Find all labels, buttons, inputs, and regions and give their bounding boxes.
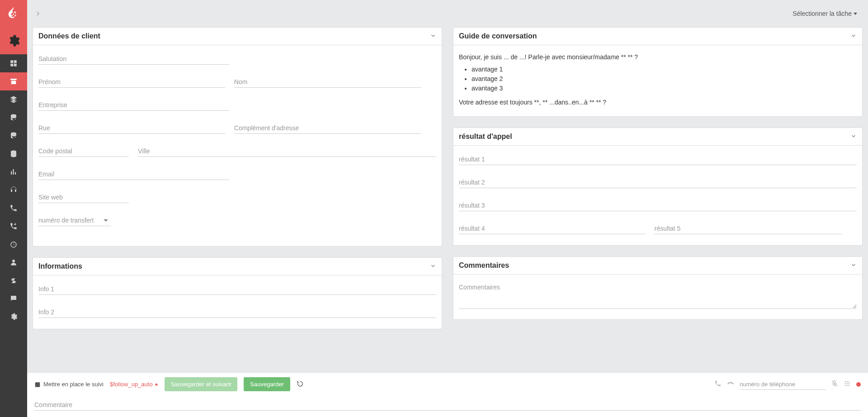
info2-input[interactable] (38, 306, 436, 318)
database-icon (9, 150, 18, 158)
company-input[interactable] (38, 99, 229, 111)
website-input[interactable] (38, 191, 129, 203)
panel-client-title: Données de client (38, 32, 100, 40)
lastname-input[interactable] (234, 76, 421, 88)
followup-auto[interactable]: $follow_up_auto (110, 381, 158, 388)
result5-input[interactable] (655, 222, 841, 234)
calendar-icon (34, 381, 41, 388)
info1-input[interactable] (38, 283, 436, 295)
chat-icon (9, 294, 18, 303)
nav-headset[interactable] (0, 181, 27, 199)
panel-guide-title: Guide de conversation (459, 32, 537, 40)
guide-bullet-1: avantage 1 (472, 65, 857, 74)
breadcrumb[interactable] (34, 10, 42, 17)
nav-db[interactable] (0, 145, 27, 163)
firstname-input[interactable] (38, 76, 225, 88)
brand-logo[interactable] (0, 0, 27, 27)
transfer-number-select[interactable]: numéro de transfert (38, 214, 111, 226)
dialpad-button[interactable] (844, 380, 851, 389)
gear-icon (7, 34, 20, 47)
guide-intro: Bonjour, je suis ... de ...! Parle-je av… (459, 52, 857, 62)
panel-client-data: Données de client (33, 27, 442, 246)
result3-input[interactable] (459, 199, 857, 211)
panel-informations-header[interactable]: Informations (33, 258, 442, 275)
settings-icon (9, 313, 18, 321)
phone-number-input[interactable] (740, 379, 826, 390)
panel-client-header[interactable]: Données de client (33, 28, 442, 45)
flame-reel-icon (6, 6, 21, 21)
phone-plus-icon (9, 222, 18, 230)
panel-call-result-title: résultat d'appel (459, 133, 512, 141)
caret-up-icon (155, 383, 158, 385)
panel-comments: Commentaires (453, 256, 863, 320)
db-up-icon (9, 132, 18, 140)
caret-down-icon (104, 219, 108, 222)
phone-icon (9, 204, 18, 212)
guide-bullet-3: avantage 3 (472, 84, 857, 93)
sidebar-nav (0, 54, 27, 417)
comments-textarea[interactable] (459, 282, 857, 309)
sidebar (0, 0, 27, 417)
panel-guide-header[interactable]: Guide de conversation (453, 28, 862, 45)
chevron-down-icon (850, 262, 857, 270)
panel-informations-title: Informations (38, 262, 82, 270)
task-select[interactable]: Sélectionner la tâche (793, 10, 857, 17)
svg-point-7 (849, 381, 850, 383)
record-indicator[interactable] (856, 382, 861, 387)
panel-guide: Guide de conversation Bonjour, je suis .… (453, 27, 863, 117)
address2-input[interactable] (234, 122, 421, 134)
nav-settings[interactable] (0, 308, 27, 326)
task-select-label: Sélectionner la tâche (793, 10, 852, 17)
city-input[interactable] (138, 145, 436, 157)
save-next-button[interactable]: Sauvegarder et suivant (165, 377, 238, 391)
salutation-input[interactable] (38, 52, 229, 65)
nav-chat[interactable] (0, 289, 27, 308)
guide-outro: Votre adresse est toujours **, ** ...dan… (459, 98, 857, 107)
save-button[interactable]: Sauvegarder (244, 377, 290, 391)
result4-input[interactable] (459, 222, 646, 234)
nav-stats[interactable] (0, 163, 27, 181)
nav-dashboard[interactable] (0, 54, 27, 72)
result1-input[interactable] (459, 153, 857, 165)
hangup-button[interactable] (727, 380, 734, 389)
chevron-down-icon (850, 33, 857, 40)
svg-point-9 (847, 383, 848, 384)
svg-point-12 (847, 385, 848, 386)
user-icon (9, 258, 18, 266)
followup-setup[interactable]: Mettre en place le suivi (34, 381, 104, 388)
call-button[interactable] (714, 380, 722, 389)
nav-user[interactable] (0, 253, 27, 271)
panel-call-result: résultat d'appel (453, 128, 863, 246)
street-input[interactable] (38, 122, 225, 134)
db-down-icon (9, 114, 18, 122)
nav-phone[interactable] (0, 199, 27, 217)
mute-button[interactable] (831, 380, 838, 389)
archive-icon (9, 77, 18, 85)
nav-archive[interactable] (0, 72, 27, 90)
nav-db-in[interactable] (0, 109, 27, 127)
hangup-icon (727, 380, 734, 387)
stopwatch-icon (9, 240, 18, 248)
zip-input[interactable] (38, 145, 129, 157)
guide-bullet-2: avantage 2 (472, 74, 857, 84)
chevron-down-icon (430, 263, 436, 270)
nav-db-out[interactable] (0, 127, 27, 145)
nav-layers[interactable] (0, 90, 27, 109)
svg-point-10 (849, 383, 850, 384)
panel-comments-header[interactable]: Commentaires (453, 257, 862, 275)
result2-input[interactable] (459, 176, 857, 188)
panel-call-result-header[interactable]: résultat d'appel (453, 128, 862, 146)
undo-button[interactable] (297, 380, 304, 389)
svg-point-6 (847, 381, 848, 383)
footer-comment-input[interactable] (34, 399, 861, 411)
chevron-right-icon (34, 10, 42, 17)
nav-timer[interactable] (0, 235, 27, 253)
caret-down-icon (854, 13, 857, 15)
topbar: Sélectionner la tâche (27, 0, 868, 27)
phone-icon (714, 380, 722, 387)
email-input[interactable] (38, 168, 229, 180)
brand-gear[interactable] (0, 27, 27, 54)
nav-billing[interactable] (0, 271, 27, 289)
svg-point-11 (845, 385, 846, 386)
nav-phone-missed[interactable] (0, 217, 27, 235)
